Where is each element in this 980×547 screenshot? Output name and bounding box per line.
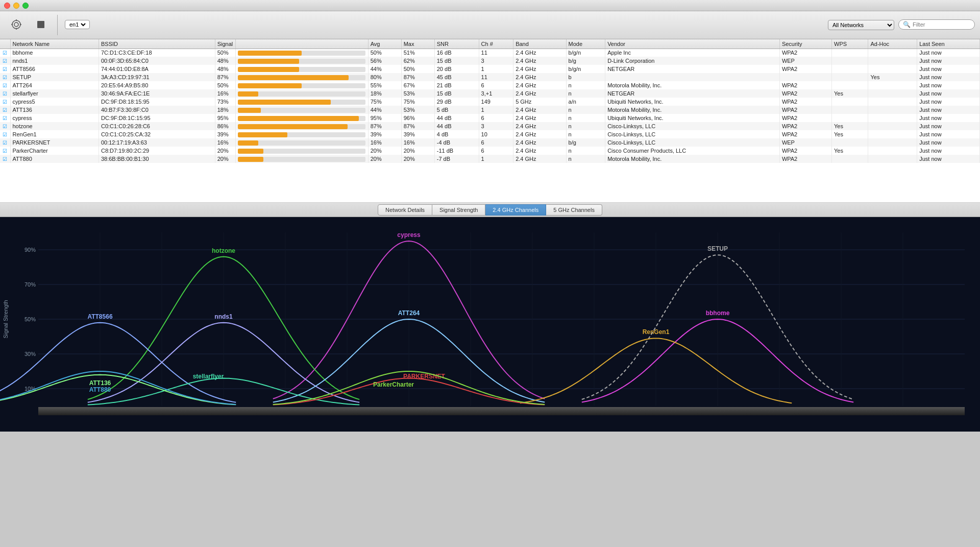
row-ch: 1 (479, 155, 513, 163)
table-row[interactable]: ☑ nnds1 00:0F:3D:65:84:C0 48% 56% 62% 15… (0, 57, 980, 65)
row-ch: 6 (479, 81, 513, 89)
row-adhoc (868, 138, 917, 147)
table-row[interactable]: ☑ RenGen1 C0:C1:C0:25:CA:32 39% 39% 39% … (0, 130, 980, 138)
row-name: ATT880 (10, 155, 99, 163)
interface-select-wrap[interactable]: en1 en0 (65, 20, 90, 29)
table-row[interactable]: ☑ ATT136 40:B7:F3:30:8F:C0 18% 44% 53% 5… (0, 106, 980, 114)
row-ch: 3 (479, 122, 513, 130)
maximize-button[interactable] (22, 3, 29, 9)
table-row[interactable]: ☑ hotzone C0:C1:C0:26:28:C6 86% 87% 87% … (0, 122, 980, 130)
row-mode: b (566, 73, 605, 81)
row-check[interactable]: ☑ (0, 73, 10, 81)
col-ch[interactable]: Ch # (479, 39, 513, 49)
col-avg[interactable]: Avg (368, 39, 401, 49)
row-max: 20% (401, 155, 434, 163)
col-mode[interactable]: Mode (566, 39, 605, 49)
row-security (779, 73, 831, 81)
col-security[interactable]: Security (779, 39, 831, 49)
network-select[interactable]: All Networks 2.4 GHz 5 GHz (828, 20, 894, 30)
svg-text:RenGen1: RenGen1 (643, 328, 670, 336)
col-wps[interactable]: WPS (832, 39, 868, 49)
row-band: 2.4 GHz (513, 81, 566, 89)
svg-text:bbhome: bbhome (706, 310, 730, 317)
stop-button[interactable] (30, 13, 52, 37)
table-row[interactable]: ☑ SETUP 3A:A3:CD:19:97:31 87% 80% 87% 45… (0, 73, 980, 81)
col-signal[interactable]: Signal (215, 39, 235, 49)
minimize-button[interactable] (13, 3, 19, 9)
table-row[interactable]: ☑ ATT8566 74:44:01:0D:E8:8A 48% 44% 50% … (0, 65, 980, 73)
svg-text:hotzone: hotzone (212, 247, 235, 254)
row-check[interactable]: ☑ (0, 130, 10, 138)
col-bssid[interactable]: BSSID (99, 39, 215, 49)
row-security: WEP (779, 57, 831, 65)
tab-5-ghz-channels[interactable]: 5 GHz Channels (546, 204, 602, 216)
col-band[interactable]: Band (513, 39, 566, 49)
row-check[interactable]: ☑ (0, 114, 10, 122)
row-signal-bar (235, 155, 368, 163)
row-security: WPA2 (779, 155, 831, 163)
row-check[interactable]: ☑ (0, 138, 10, 147)
row-name: RenGen1 (10, 130, 99, 138)
row-lastseen: Just now (917, 49, 980, 57)
row-check[interactable]: ☑ (0, 155, 10, 163)
col-check[interactable] (0, 39, 10, 49)
filter-input[interactable] (913, 21, 964, 28)
row-avg: 20% (368, 155, 401, 163)
row-check[interactable]: ☑ (0, 147, 10, 155)
row-check[interactable]: ☑ (0, 49, 10, 57)
row-check[interactable]: ☑ (0, 106, 10, 114)
row-snr: 45 dB (434, 73, 479, 81)
row-ch: 10 (479, 130, 513, 138)
network-select-wrap: All Networks 2.4 GHz 5 GHz (828, 20, 894, 30)
tab-network-details[interactable]: Network Details (378, 204, 432, 216)
row-snr: 20 dB (434, 65, 479, 73)
table-row[interactable]: ☑ bbhome 7C:D1:C3:CE:DF:18 50% 50% 51% 1… (0, 49, 980, 57)
scan-button[interactable] (5, 13, 28, 37)
col-max[interactable]: Max (401, 39, 434, 49)
row-bssid: 38:6B:BB:00:B1:30 (99, 155, 215, 163)
row-snr: 29 dB (434, 98, 479, 106)
row-bssid: DC:9F:D8:1C:15:95 (99, 114, 215, 122)
col-name[interactable]: Network Name (10, 39, 99, 49)
channel-chart: 90%70%50%30%10%Signal Strength1234567891… (0, 217, 980, 432)
col-adhoc[interactable]: Ad-Hoc (868, 39, 917, 49)
table-row[interactable]: ☑ cypress5 DC:9F:D8:18:15:95 73% 75% 75%… (0, 98, 980, 106)
row-adhoc (868, 106, 917, 114)
row-signal-bar (235, 65, 368, 73)
row-check[interactable]: ☑ (0, 57, 10, 65)
table-row[interactable]: ☑ stellarflyer 30:46:9A:FA:EC:1E 16% 18%… (0, 89, 980, 98)
row-check[interactable]: ☑ (0, 89, 10, 98)
tab-2.4-ghz-channels[interactable]: 2.4 GHz Channels (485, 204, 546, 216)
col-vendor[interactable]: Vendor (605, 39, 780, 49)
svg-text:ATT264: ATT264 (398, 310, 420, 317)
row-adhoc (868, 98, 917, 106)
table-row[interactable]: ☑ ATT880 38:6B:BB:00:B1:30 20% 20% 20% -… (0, 155, 980, 163)
col-snr[interactable]: SNR (434, 39, 479, 49)
table-row[interactable]: ☑ ParkerCharter C8:D7:19:80:2C:29 20% 20… (0, 147, 980, 155)
row-mode: n (566, 122, 605, 130)
row-vendor: D-Link Corporation (605, 57, 780, 65)
row-signal-bar (235, 57, 368, 65)
row-check[interactable]: ☑ (0, 98, 10, 106)
checkmark-icon: ☑ (3, 50, 7, 56)
table-row[interactable]: ☑ cypress DC:9F:D8:1C:15:95 95% 95% 96% … (0, 114, 980, 122)
tab-signal-strength[interactable]: Signal Strength (432, 204, 485, 216)
row-band: 2.4 GHz (513, 89, 566, 98)
row-snr: 5 dB (434, 106, 479, 114)
table-row[interactable]: ☑ PARKERSNET 00:12:17:19:A3:63 16% 16% 1… (0, 138, 980, 147)
row-avg: 18% (368, 89, 401, 98)
row-check[interactable]: ☑ (0, 122, 10, 130)
row-snr: 4 dB (434, 130, 479, 138)
checkmark-icon: ☑ (3, 75, 7, 80)
table-row[interactable]: ☑ ATT264 20:E5:64:A9:B5:80 50% 55% 67% 2… (0, 81, 980, 89)
row-check[interactable]: ☑ (0, 65, 10, 73)
row-signal-pct: 18% (215, 106, 235, 114)
svg-text:Signal Strength: Signal Strength (3, 300, 9, 338)
row-mode: a/n (566, 98, 605, 106)
col-lastseen[interactable]: Last Seen (917, 39, 980, 49)
filter-wrap[interactable]: 🔍 (898, 19, 975, 30)
close-button[interactable] (4, 3, 10, 9)
row-check[interactable]: ☑ (0, 81, 10, 89)
interface-select[interactable]: en1 en0 (67, 21, 87, 28)
row-max: 53% (401, 106, 434, 114)
